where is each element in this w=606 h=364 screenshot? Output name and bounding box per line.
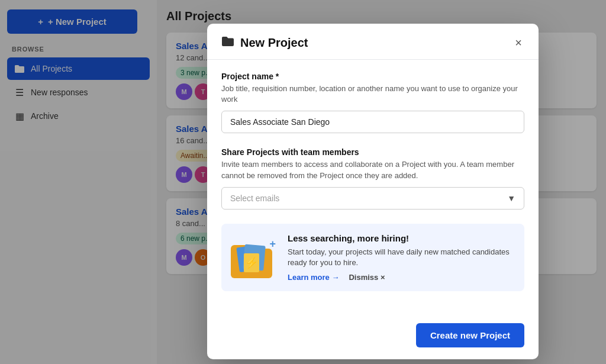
select-emails-dropdown[interactable]: Select emails ▼ — [221, 187, 524, 210]
promo-banner: ⚡ + Less searching, more hiring! Start t… — [221, 224, 524, 291]
promo-actions: Learn more → Dismiss × — [288, 273, 515, 282]
share-hint: Invite team members to access and collab… — [221, 159, 524, 181]
modal-body: Project name * Job title, requisition nu… — [207, 60, 539, 315]
modal-title-row: New Project — [221, 36, 308, 50]
share-section: Share Projects with team members Invite … — [221, 147, 524, 209]
share-title: Share Projects with team members — [221, 147, 524, 157]
promo-illustration: ⚡ + — [231, 237, 278, 278]
promo-text: Less searching, more hiring! Start today… — [288, 233, 515, 282]
project-name-section: Project name * Job title, requisition nu… — [221, 72, 524, 133]
dismiss-button[interactable]: Dismiss × — [349, 273, 385, 282]
select-emails-placeholder: Select emails — [230, 194, 279, 203]
modal-title: New Project — [240, 36, 308, 50]
modal-footer: Create new Project — [207, 315, 539, 359]
project-name-label: Project name * — [221, 72, 524, 81]
learn-more-link[interactable]: Learn more → — [288, 273, 339, 282]
modal-close-button[interactable]: × — [512, 34, 524, 51]
chevron-down-icon: ▼ — [507, 194, 515, 203]
modal-header: New Project × — [207, 24, 539, 60]
promo-description: Start today, your projects will have dai… — [288, 247, 515, 268]
new-project-modal: New Project × Project name * Job title, … — [207, 24, 539, 359]
promo-title: Less searching, more hiring! — [288, 233, 515, 243]
project-name-input[interactable] — [221, 111, 524, 133]
create-project-button[interactable]: Create new Project — [416, 323, 524, 347]
project-name-hint: Job title, requisition number, location … — [221, 83, 524, 105]
modal-folder-icon — [221, 36, 234, 49]
